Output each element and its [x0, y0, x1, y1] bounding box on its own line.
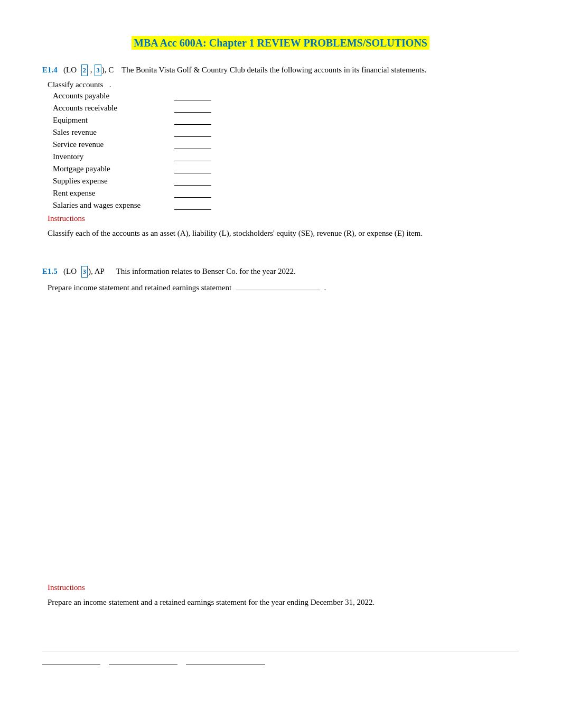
- account-name: Inventory: [53, 152, 169, 161]
- account-line: Accounts payable: [48, 91, 519, 100]
- e14-description: The Bonita Vista Golf & Country Club det…: [121, 66, 426, 74]
- account-blank: [174, 128, 211, 137]
- e15-body: Prepare income statement and retained ea…: [48, 282, 519, 609]
- account-line: Equipment: [48, 116, 519, 125]
- footer-divider: [42, 651, 519, 665]
- account-line: Inventory: [48, 152, 519, 161]
- footer-tab-3: [186, 656, 265, 665]
- account-name: Mortgage payable: [53, 164, 169, 173]
- e14-lo-2: 2: [81, 64, 88, 76]
- e14-lo-suffix: ), C: [102, 66, 114, 74]
- e14-classify-label: Classify accounts .: [48, 80, 519, 89]
- account-line: Mortgage payable: [48, 164, 519, 173]
- account-line: Salaries and wages expense: [48, 201, 519, 210]
- e15-lo-suffix: ), AP: [88, 267, 104, 275]
- account-blank: [174, 201, 211, 210]
- e14-body: Classify accounts . Accounts payable Acc…: [48, 80, 519, 239]
- account-name: Rent expense: [53, 189, 169, 198]
- page-title-container: MBA Acc 600A: Chapter 1 REVIEW PROBLEMS/…: [42, 37, 519, 49]
- account-name: Sales revenue: [53, 128, 169, 137]
- account-blank: [174, 153, 211, 161]
- account-blank: [174, 165, 211, 173]
- e15-prepare-label: Prepare income statement and retained ea…: [48, 282, 519, 294]
- account-line: Accounts receivable: [48, 104, 519, 113]
- account-blank: [174, 116, 211, 125]
- account-blank: [174, 141, 211, 149]
- section-e15: E1.5 (LO 3), AP This information relates…: [42, 265, 519, 609]
- e15-lo-prefix: (LO: [63, 267, 81, 275]
- account-blank: [174, 92, 211, 100]
- e14-instructions-link[interactable]: Instructions: [48, 214, 519, 223]
- account-line: Supplies expense: [48, 177, 519, 186]
- account-line: Sales revenue: [48, 128, 519, 137]
- account-blank: [174, 177, 211, 186]
- e15-description: This information relates to Benser Co. f…: [116, 267, 296, 275]
- account-blank: [174, 104, 211, 113]
- e15-instructions-text: Prepare an income statement and a retain…: [48, 596, 519, 609]
- account-name: Supplies expense: [53, 177, 169, 186]
- prepare-blank: [236, 282, 320, 290]
- account-line: Service revenue: [48, 140, 519, 149]
- footer-tab-2: [109, 656, 177, 665]
- account-line: Rent expense: [48, 189, 519, 198]
- e15-data-area: [48, 298, 519, 425]
- account-name: Service revenue: [53, 140, 169, 149]
- section-e14: E1.4 (LO 2 , 3), C The Bonita Vista Golf…: [42, 64, 519, 239]
- e14-instructions-text: Classify each of the accounts as an asse…: [48, 227, 519, 239]
- account-blank: [174, 189, 211, 198]
- account-name: Accounts receivable: [53, 104, 169, 113]
- e14-lo-3: 3: [95, 64, 101, 76]
- account-name: Salaries and wages expense: [53, 201, 169, 210]
- section-e15-id: E1.5: [42, 267, 58, 275]
- e15-instructions-area: Instructions Prepare an income statement…: [48, 583, 519, 609]
- e15-lo-3: 3: [81, 266, 88, 278]
- account-name: Accounts payable: [53, 91, 169, 100]
- section-e15-header: E1.5 (LO 3), AP This information relates…: [42, 265, 519, 278]
- section-e14-header: E1.4 (LO 2 , 3), C The Bonita Vista Golf…: [42, 64, 519, 76]
- page-title: MBA Acc 600A: Chapter 1 REVIEW PROBLEMS/…: [132, 36, 429, 50]
- e14-lo-comma: ,: [88, 66, 94, 74]
- e14-lo-prefix: (LO: [63, 66, 81, 74]
- footer-tab-1: [42, 656, 100, 665]
- account-name: Equipment: [53, 116, 169, 125]
- section-e14-id: E1.4: [42, 66, 58, 74]
- e15-instructions-link[interactable]: Instructions: [48, 583, 519, 592]
